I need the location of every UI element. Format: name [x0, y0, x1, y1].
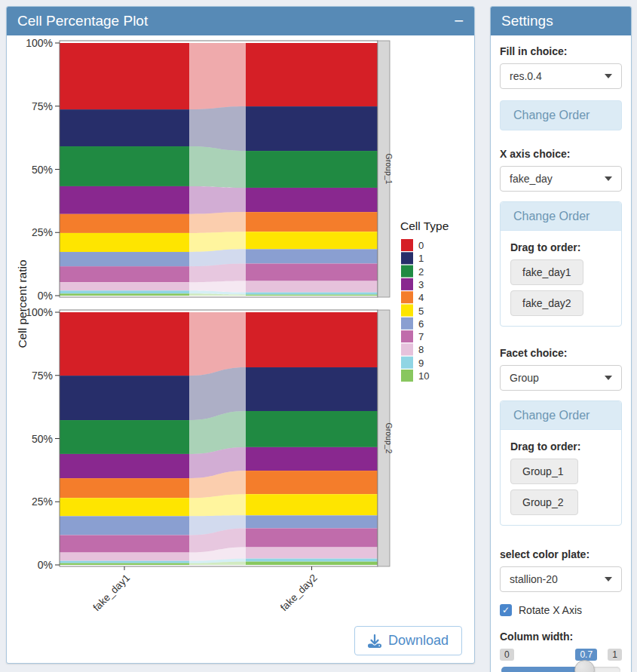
settings-box-header: Settings: [491, 7, 631, 35]
settings-box: Settings Fill in choice: res.0.4 Change …: [490, 6, 632, 672]
svg-text:6: 6: [418, 318, 424, 330]
download-button[interactable]: Download: [354, 626, 462, 655]
svg-text:fake_day2: fake_day2: [278, 572, 320, 614]
slider-track[interactable]: [501, 667, 620, 672]
svg-text:Cell Type: Cell Type: [400, 219, 449, 232]
chevron-down-icon: [605, 376, 612, 380]
column-width-slider: 0 1 0.7: [500, 649, 622, 672]
facet-choice-select[interactable]: Group: [500, 365, 622, 391]
rotate-x-axis-label: Rotate X Axis: [519, 604, 582, 616]
collapse-icon[interactable]: −: [454, 14, 464, 28]
fill-choice-select[interactable]: res.0.4: [500, 63, 622, 89]
svg-text:75%: 75%: [32, 370, 53, 382]
svg-text:4: 4: [418, 292, 424, 303]
rotate-x-axis-checkbox[interactable]: ✓ Rotate X Axis: [500, 604, 622, 616]
facet-choice-label: Facet choice:: [500, 347, 622, 359]
xaxis-choice-label: X axis choice:: [500, 148, 622, 160]
facet-change-order-button[interactable]: Change Order: [501, 401, 621, 430]
svg-text:75%: 75%: [32, 100, 53, 112]
drag-item-fake-day1[interactable]: fake_day1: [510, 259, 583, 285]
slider-max-label: 1: [608, 649, 622, 661]
svg-text:Group_1: Group_1: [384, 154, 394, 185]
drag-item-group-1[interactable]: Group_1: [510, 459, 578, 484]
svg-text:100%: 100%: [26, 37, 53, 49]
color-plate-value: stallion-20: [510, 573, 558, 585]
plot-box: Cell Percentage Plot − Group_1100%75%50%…: [6, 6, 475, 664]
slider-min-label: 0: [500, 649, 514, 661]
svg-text:50%: 50%: [32, 433, 53, 445]
download-icon: [368, 634, 381, 648]
svg-text:fake_day1: fake_day1: [90, 572, 132, 614]
svg-text:Cell percent ratio: Cell percent ratio: [16, 259, 29, 348]
chevron-down-icon: [605, 74, 612, 78]
svg-text:7: 7: [418, 331, 424, 342]
column-width-label: Column width:: [500, 631, 622, 643]
svg-text:100%: 100%: [26, 306, 53, 318]
svg-text:10: 10: [418, 370, 429, 382]
cell-percentage-plot-figure: Group_1100%75%50%25%0%Group_2100%75%50%2…: [11, 35, 473, 620]
svg-text:0%: 0%: [38, 290, 53, 302]
svg-text:5: 5: [418, 305, 424, 317]
drag-item-group-2[interactable]: Group_2: [510, 489, 578, 515]
color-plate-label: select color plate:: [500, 548, 622, 560]
svg-text:25%: 25%: [32, 496, 53, 508]
chevron-down-icon: [605, 176, 612, 181]
plot-box-title: Cell Percentage Plot: [17, 13, 148, 29]
svg-text:0%: 0%: [38, 559, 53, 571]
plot-box-header: Cell Percentage Plot −: [7, 7, 474, 35]
svg-text:0: 0: [418, 240, 424, 251]
fill-choice-value: res.0.4: [510, 70, 542, 82]
svg-text:2: 2: [418, 266, 424, 278]
drag-item-fake-day2[interactable]: fake_day2: [510, 290, 583, 316]
facet-choice-value: Group: [510, 372, 539, 384]
facet-order-panel: Change Order Drag to order: Group_1 Grou…: [500, 400, 622, 526]
color-plate-select[interactable]: stallion-20: [500, 566, 622, 592]
svg-text:3: 3: [418, 279, 424, 290]
svg-text:Group_2: Group_2: [384, 423, 394, 454]
svg-text:9: 9: [418, 357, 424, 369]
checkbox-check-icon: ✓: [500, 604, 512, 616]
svg-text:25%: 25%: [32, 226, 53, 238]
slider-fill: [501, 667, 585, 672]
xaxis-choice-select[interactable]: fake_day: [500, 166, 622, 192]
xaxis-choice-value: fake_day: [510, 173, 553, 185]
fill-choice-label: Fill in choice:: [500, 45, 622, 57]
drag-to-order-label: Drag to order:: [510, 241, 611, 253]
drag-to-order-label: Drag to order:: [510, 440, 611, 453]
fill-change-order-button[interactable]: Change Order: [500, 100, 622, 130]
svg-text:50%: 50%: [32, 164, 53, 176]
slider-value-label: 0.7: [575, 649, 597, 661]
slider-handle[interactable]: [574, 660, 595, 672]
download-button-label: Download: [388, 633, 449, 649]
svg-text:8: 8: [418, 344, 424, 355]
settings-box-title: Settings: [501, 13, 553, 29]
svg-text:1: 1: [418, 253, 424, 264]
chevron-down-icon: [605, 577, 612, 581]
xaxis-change-order-button[interactable]: Change Order: [501, 202, 621, 231]
xaxis-order-panel: Change Order Drag to order: fake_day1 fa…: [500, 201, 622, 327]
